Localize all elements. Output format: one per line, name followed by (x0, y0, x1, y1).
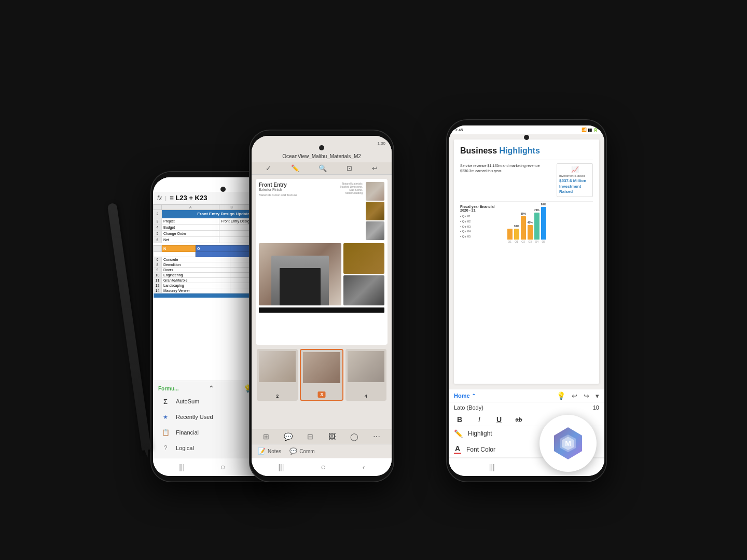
service-row: Service revenue $1.145m and marketing re… (460, 163, 593, 197)
comment-icon[interactable]: 💬 (284, 432, 293, 441)
slide-thumbnails: 2 3 4 (256, 349, 388, 401)
ideas-icon[interactable]: 💡 (557, 391, 565, 400)
more-word-icon[interactable]: ▾ (596, 392, 599, 400)
undo-word-icon[interactable]: ↩ (572, 392, 577, 400)
comm-tab-label: Comm (299, 449, 314, 454)
battery-icon: 🔋 (593, 128, 598, 132)
investment-box: 📈 Investment Raised $537.6 MillionInvest… (557, 163, 593, 197)
bar-q4a: 75% Q4 (534, 208, 540, 243)
font-color-underline (454, 453, 461, 454)
chart-area: Fiscal year financial2020 - 21 • Qtr 01 … (460, 201, 593, 243)
strikethrough-button[interactable]: ab (513, 416, 524, 423)
chart-content: Fiscal year financial2020 - 21 • Qtr 01 … (460, 205, 593, 243)
main-photo (259, 243, 341, 305)
italic-button[interactable]: I (474, 415, 485, 424)
bar-q1a-bar (507, 229, 513, 240)
doc-title: Business Highlights (460, 146, 593, 156)
notes-tab-icon: 📝 (258, 447, 266, 455)
financial-label: Financial (176, 429, 199, 436)
highlight-label: Highlight (468, 430, 492, 437)
nav-back-arrow-icon[interactable]: ‹ (363, 463, 365, 471)
camera-left (220, 187, 226, 192)
notes-tab-label: Notes (268, 449, 281, 454)
table-icon[interactable]: ⊟ (307, 432, 313, 441)
materials-label: Materials Color and Texture (259, 193, 337, 197)
formula-display: = L23 + K23 (170, 194, 207, 202)
home-tab-label: Home (454, 393, 470, 399)
thumb-4-preview (348, 351, 384, 382)
home-bar-middle: ||| ○ ‹ (252, 458, 392, 476)
pen-icon[interactable]: ✏️ (291, 164, 299, 172)
underline-button[interactable]: U (493, 415, 505, 424)
chevron-up-word-icon[interactable]: ⌃ (472, 393, 476, 399)
doc-title-part1: Business (460, 146, 500, 155)
fx-label: fx (157, 194, 162, 202)
word-toolbar-icons: 💡 ↩ ↪ ▾ (557, 391, 599, 400)
search-icon[interactable]: 🔍 (319, 164, 327, 172)
recently-used-label: Recently Used (176, 414, 213, 420)
notes-tab-notes[interactable]: 📝 Notes (258, 447, 281, 455)
word-status-bar: 3:45 📶 ▮▮ 🔋 (449, 125, 604, 134)
front-entry-photos (259, 243, 384, 305)
bar-q3a: 40% Q3 (528, 221, 533, 243)
nav-back-middle-icon[interactable]: ||| (278, 463, 284, 471)
bar-q4a-bar (534, 213, 540, 240)
font-color-label: Font Color (466, 446, 495, 453)
autosum-label: AutoSum (176, 398, 199, 404)
legend-q3: • Qtr 03 (460, 225, 503, 230)
notes-content-area: Front Entry Exterior Finish Materials Co… (252, 175, 392, 429)
more-icon[interactable]: ⋯ (373, 432, 380, 441)
undo-middle-icon[interactable]: ↩ (372, 164, 378, 172)
nav-home-middle-icon[interactable]: ○ (321, 463, 326, 472)
font-color-icon-wrapper: A (454, 444, 461, 454)
logical-icon: ? (160, 443, 171, 453)
word-doc-page: Business Highlights Service revenue $1.1… (454, 139, 599, 384)
signal-icon: ▮▮ (588, 128, 592, 132)
slides-icon[interactable]: ⊡ (347, 164, 352, 172)
notes-screen: 1:30 OceanView_Malibu_Materials_M2 ✓ ✏️ … (252, 136, 392, 476)
nav-home-icon[interactable]: ○ (220, 463, 226, 472)
nav-back-icon[interactable]: ||| (179, 463, 185, 471)
notes-tab-comm[interactable]: 💬 Comm (289, 447, 314, 455)
thumb-4[interactable]: 4 (345, 349, 386, 401)
shape-icon[interactable]: ◯ (350, 432, 358, 441)
layout-icon[interactable]: ⊞ (263, 432, 269, 441)
notes-toolbar: ✓ ✏️ 🔍 ⊡ ↩ (252, 162, 392, 175)
highlight-pen-icon: ✏️ (454, 429, 463, 438)
metal-image (366, 221, 384, 240)
service-text: Service revenue $1.145m and marketing re… (460, 163, 552, 174)
image-icon[interactable]: 🖼 (328, 432, 336, 441)
investment-amount: $537.6 MillionInvestmentRaised (559, 178, 590, 194)
bar-chart: Q1 30% Q1 65% (507, 207, 593, 243)
notes-tab-bar: 📝 Notes 💬 Comm (252, 444, 392, 458)
nav-back-right-icon[interactable]: ||| (489, 463, 495, 471)
thumb-2-number: 2 (276, 394, 279, 399)
thumb-4-number: 4 (365, 394, 367, 399)
thumb-3[interactable]: 3 (300, 349, 343, 401)
front-entry-title: Front Entry (259, 182, 337, 188)
doc-title-part2: Highlights (500, 146, 540, 155)
phone-middle: 1:30 OceanView_Malibu_Materials_M2 ✓ ✏️ … (249, 130, 394, 482)
checkmark-icon[interactable]: ✓ (266, 164, 271, 172)
chevron-up-icon[interactable]: ⌃ (209, 385, 214, 392)
black-strip (259, 307, 384, 313)
redo-word-icon[interactable]: ↪ (584, 392, 589, 400)
front-entry-subtitle: Exterior Finish (259, 188, 337, 191)
front-entry-header: Front Entry Exterior Finish Materials Co… (259, 182, 384, 240)
svg-text:M: M (565, 439, 571, 447)
bar-q5a-bar (541, 207, 546, 240)
notes-bottom-toolbar: ⊞ 💬 ⊟ 🖼 ◯ ⋯ (252, 429, 392, 444)
thumb-2[interactable]: 2 (257, 349, 298, 401)
time-right: 3:45 (455, 128, 463, 132)
sigma-icon: Σ (160, 396, 171, 407)
thumb-2-preview (259, 351, 296, 382)
status-icons: 📶 ▮▮ 🔋 (582, 128, 598, 132)
font-size-display[interactable]: 10 (593, 404, 599, 411)
bold-button[interactable]: B (454, 415, 465, 424)
legend-q2: • Qtr 02 (460, 219, 503, 225)
front-entry-title-block: Front Entry Exterior Finish Materials Co… (259, 182, 337, 240)
chart-left: Fiscal year financial2020 - 21 • Qtr 01 … (460, 205, 503, 243)
formula-label[interactable]: Formu... (158, 386, 178, 391)
home-tab[interactable]: Home ⌃ (454, 393, 476, 399)
font-name-display[interactable]: Lato (Body) (454, 404, 589, 411)
